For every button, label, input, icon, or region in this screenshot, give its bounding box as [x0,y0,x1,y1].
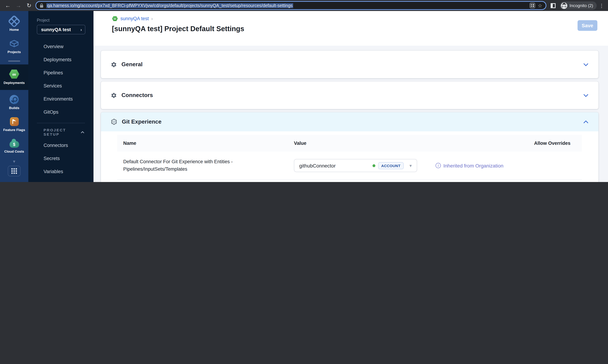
save-button[interactable]: Save [578,20,597,31]
section-header-connectors[interactable]: Connectors [101,81,598,109]
section-title: General [121,61,579,68]
chevron-down-icon[interactable] [583,63,589,66]
scope-badge: ACCOUNT [378,162,404,169]
permissions-icon[interactable] [530,3,535,8]
col-header-allow-overrides: Allow Overrides [436,141,582,146]
page-title: [sunnyQA test] Project Default Settings [112,25,608,33]
breadcrumb: ∞ sunnyQA test › [112,16,608,21]
rail-item-home[interactable]: Home [0,11,28,35]
url-text[interactable]: qa.harness.io/ng/account/px7xd_BFRCi-pfW… [46,3,527,8]
reload-icon[interactable]: ↻ [25,2,33,9]
section-card-connectors: Connectors [101,81,598,109]
table-header-row: Name Value Allow Overrides [117,135,582,152]
sidebar-item-services[interactable]: Services [37,79,93,92]
feature-flags-icon [10,117,19,126]
sidebar-item-access-control[interactable]: Access Control [37,178,93,182]
rail-item-deployments[interactable]: ∞ Deployments [0,65,28,90]
sidebar-item-variables[interactable]: Variables [37,165,93,178]
section-card-general: General [101,51,598,78]
chevron-down-icon[interactable] [583,94,589,97]
setting-name: Default Connector For Git Experience wit… [117,158,294,173]
section-title: Connectors [121,92,579,98]
rail-more-chevron-icon[interactable]: ▼ [12,157,16,165]
settings-list: General Connectors </> Gi [93,46,608,182]
sidebar-item-gitops[interactable]: GitOps [37,105,93,119]
incognito-badge: Incognito (2) [560,1,597,10]
cloud-costs-icon: $ [9,141,19,148]
table-row: Enforce git experience for pipelines and… [117,180,582,182]
status-dot-icon [372,164,375,167]
connector-value: githubConnector [299,163,370,168]
module-nav-rail: Home Projects ∞ Deployments Builds Featu… [0,11,28,182]
col-header-name: Name [117,141,294,146]
builds-icon [10,95,19,104]
projects-icon [9,39,19,48]
chevron-right-icon: › [80,27,82,32]
sidebar-item-overview[interactable]: Overview [37,40,93,53]
sidebar-item-environments[interactable]: Environments [37,92,93,105]
section-card-git-experience: </> Git Experience Name Value Allow Over… [101,112,598,182]
browser-menu-icon[interactable]: ⋮ [599,3,605,8]
project-selector-label: Project [37,18,93,22]
breadcrumb-project-link[interactable]: sunnyQA test [120,16,149,21]
lock-icon [40,3,44,8]
side-panel-icon[interactable] [551,3,556,8]
connector-select[interactable]: githubConnector ACCOUNT ▼ [294,159,417,172]
section-header-git-experience[interactable]: </> Git Experience [101,112,598,131]
git-settings-table: Name Value Allow Overrides Default Conne… [101,131,598,182]
incognito-label: Incognito (2) [569,3,593,8]
sidebar-divider [37,123,85,123]
main-content: ∞ sunnyQA test › [sunnyQA test] Project … [93,11,608,182]
chevron-up-icon[interactable] [583,120,589,123]
page-header: ∞ sunnyQA test › [sunnyQA test] Project … [93,11,608,46]
gear-code-icon: </> [111,119,117,125]
home-icon [8,15,21,28]
section-title: Git Experience [122,119,579,125]
rail-item-cloud-costs[interactable]: $ Cloud Costs [0,135,28,157]
incognito-icon [561,2,568,9]
browser-toolbar: ← → ↻ qa.harness.io/ng/account/px7xd_BFR… [0,0,608,11]
sidebar-item-pipelines[interactable]: Pipelines [37,66,93,79]
gear-icon [111,92,117,98]
rail-item-builds[interactable]: Builds [0,90,28,114]
breadcrumb-chevron-icon: › [151,16,153,21]
project-sidebar: ∞ Project sunnyQA test › Overview Deploy… [28,11,93,182]
gear-icon [111,61,117,67]
project-name: sunnyQA test [41,27,71,32]
rail-item-projects[interactable]: Projects [0,35,28,58]
chevron-up-icon [81,131,84,133]
forward-icon[interactable]: → [14,2,23,9]
sidebar-item-connectors[interactable]: Connectors [37,139,93,152]
cd-module-icon: ∞ [112,16,118,21]
rail-item-feature-flags[interactable]: Feature Flags [0,114,28,135]
svg-text:</>: </> [112,121,116,123]
deployments-icon: ∞ [9,69,19,79]
bookmark-star-icon[interactable]: ☆ [538,3,542,8]
rail-divider [0,58,28,65]
module-picker-icon[interactable] [8,166,21,177]
project-selector[interactable]: sunnyQA test › [37,25,85,34]
screen: ← → ↻ qa.harness.io/ng/account/px7xd_BFR… [0,0,608,182]
project-setup-header[interactable]: PROJECT SETUP [37,127,93,137]
back-icon[interactable]: ← [3,2,12,9]
sidebar-item-secrets[interactable]: Secrets [37,152,93,165]
sidebar-item-deployments[interactable]: Deployments [37,53,93,66]
info-icon: i [436,163,441,168]
table-row: Default Connector For Git Experience wit… [117,152,582,180]
col-header-value: Value [294,141,436,146]
section-header-general[interactable]: General [101,51,598,78]
chevron-down-icon: ▼ [409,163,413,168]
url-bar[interactable]: qa.harness.io/ng/account/px7xd_BFRCi-pfW… [35,1,547,10]
inherited-from-organization-link[interactable]: i Inherited from Organization [436,163,582,168]
